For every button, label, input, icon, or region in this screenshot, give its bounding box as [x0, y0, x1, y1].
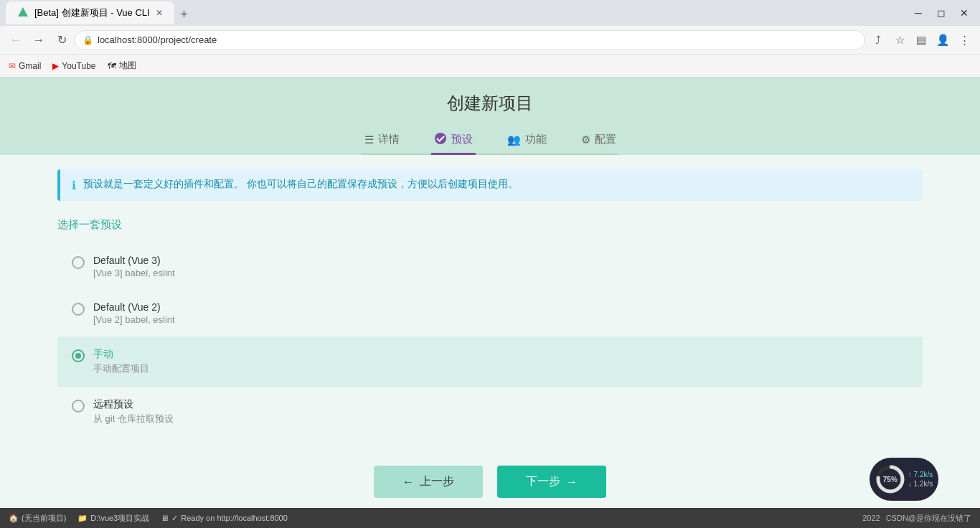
preset-item-manual[interactable]: 手动 手动配置项目 — [57, 336, 923, 387]
tab-close-button[interactable]: ✕ — [156, 8, 163, 18]
profile-button[interactable]: 👤 — [933, 30, 953, 50]
status-no-project: 🏠 (无当前项目) — [9, 513, 66, 524]
next-button[interactable]: 下一步 → — [497, 466, 606, 498]
new-tab-button[interactable]: + — [174, 4, 194, 24]
tab-details[interactable]: ☰ 详情 — [362, 126, 402, 155]
sidebar-button[interactable]: ▤ — [911, 30, 931, 50]
prev-arrow-icon: ← — [402, 476, 414, 489]
address-bar-wrapper[interactable]: 🔒 localhost:8000/project/create — [75, 30, 865, 50]
network-percent: 75% — [883, 476, 897, 484]
preset-info-manual: 手动 手动配置项目 — [93, 348, 149, 375]
forward-button[interactable]: → — [29, 30, 49, 50]
gmail-icon: ✉ — [9, 61, 16, 71]
bookmark-maps[interactable]: 🗺 地图 — [108, 60, 136, 72]
browser-window: [Beta] 创建新项目 - Vue CLI ✕ + ─ ◻ ✕ ← → ↻ 🔒… — [0, 0, 980, 528]
preset-desc-remote: 从 git 仓库拉取预设 — [93, 412, 174, 425]
page-header: 创建新项目 ☰ 详情 预设 👥 功能 — [0, 77, 980, 155]
close-button[interactable]: ✕ — [954, 3, 974, 23]
features-label: 功能 — [525, 133, 547, 146]
info-box: ℹ 预设就是一套定义好的插件和配置。 你也可以将自己的配置保存成预设，方便以后创… — [57, 169, 923, 201]
title-bar: [Beta] 创建新项目 - Vue CLI ✕ + ─ ◻ ✕ — [0, 0, 980, 26]
network-upload: ↑ 7.2k/s — [908, 471, 933, 478]
youtube-icon: ▶ — [52, 61, 59, 71]
preset-name-vue2: Default (Vue 2) — [93, 301, 175, 313]
next-label: 下一步 — [526, 474, 560, 489]
preset-icon — [434, 132, 447, 147]
tab-preset[interactable]: 预设 — [431, 126, 476, 155]
preset-list: Default (Vue 3) [Vue 3] babel, eslint De… — [57, 243, 923, 437]
preset-name-manual: 手动 — [93, 348, 149, 361]
tab-strip: [Beta] 创建新项目 - Vue CLI ✕ + — [6, 1, 908, 24]
status-right: 2022 CSDN@是你现在没错了 — [862, 513, 971, 524]
back-button[interactable]: ← — [6, 30, 26, 50]
svg-point-1 — [435, 133, 446, 144]
no-project-text: (无当前项目) — [22, 513, 66, 524]
next-arrow-icon: → — [566, 476, 578, 489]
csdn-text: CSDN@是你现在没错了 — [886, 513, 971, 524]
info-icon: ℹ — [72, 179, 76, 192]
preset-item-vue3[interactable]: Default (Vue 3) [Vue 3] babel, eslint — [57, 243, 923, 290]
details-label: 详情 — [378, 133, 400, 146]
section-label: 选择一套预设 — [57, 218, 923, 232]
share-button[interactable]: ⤴ — [868, 30, 888, 50]
gmail-label: Gmail — [19, 61, 41, 71]
tab-favicon — [17, 6, 29, 20]
network-widget: 75% ↑ 7.2k/s ↓ 1.2k/s — [870, 458, 938, 501]
security-icon: 🔒 — [83, 35, 93, 45]
status-bar: 🏠 (无当前项目) 📁 D:\vue3项目实战 🖥 ✓ Ready on htt… — [0, 508, 980, 528]
reload-button[interactable]: ↻ — [52, 30, 72, 50]
preset-name-remote: 远程预设 — [93, 398, 174, 411]
bookmark-gmail[interactable]: ✉ Gmail — [9, 61, 41, 71]
radio-manual[interactable] — [72, 349, 85, 362]
network-download: ↓ 1.2k/s — [908, 480, 933, 488]
address-text: localhost:8000/project/create — [98, 34, 857, 45]
preset-desc-vue2: [Vue 2] babel, eslint — [93, 314, 175, 325]
footer-actions: ← 上一步 下一步 → — [0, 451, 980, 508]
preset-info-remote: 远程预设 从 git 仓库拉取预设 — [93, 398, 174, 425]
minimize-button[interactable]: ─ — [908, 3, 928, 23]
info-text: 预设就是一套定义好的插件和配置。 你也可以将自己的配置保存成预设，方便以后创建项… — [83, 178, 518, 191]
maximize-button[interactable]: ◻ — [931, 3, 951, 23]
bookmark-button[interactable]: ☆ — [890, 30, 910, 50]
radio-vue3[interactable] — [72, 256, 85, 269]
terminal-icon: 🖥 — [161, 514, 169, 522]
page-content: 创建新项目 ☰ 详情 预设 👥 功能 — [0, 77, 980, 508]
radio-remote[interactable] — [72, 400, 85, 412]
network-info: ↑ 7.2k/s ↓ 1.2k/s — [908, 471, 933, 488]
toolbar: ← → ↻ 🔒 localhost:8000/project/create ⤴ … — [0, 26, 980, 55]
preset-item-vue2[interactable]: Default (Vue 2) [Vue 2] babel, eslint — [57, 290, 923, 336]
status-path: 📁 D:\vue3项目实战 — [77, 513, 149, 524]
preset-item-remote[interactable]: 远程预设 从 git 仓库拉取预设 — [57, 387, 923, 437]
preset-info-vue2: Default (Vue 2) [Vue 2] babel, eslint — [93, 301, 175, 325]
tab-config[interactable]: ⚙ 配置 — [578, 126, 619, 155]
bookmark-youtube[interactable]: ▶ YouTube — [52, 61, 95, 71]
terminal-text: ✓ — [171, 514, 178, 523]
active-tab[interactable]: [Beta] 创建新项目 - Vue CLI ✕ — [6, 1, 174, 24]
home-icon: 🏠 — [9, 514, 19, 523]
tab-title: [Beta] 创建新项目 - Vue CLI — [34, 6, 150, 19]
radio-vue2[interactable] — [72, 303, 85, 316]
maps-label: 地图 — [119, 60, 136, 72]
prev-button[interactable]: ← 上一步 — [374, 466, 483, 498]
tab-features[interactable]: 👥 功能 — [504, 126, 550, 155]
folder-icon: 📁 — [77, 514, 88, 523]
content-area: ℹ 预设就是一套定义好的插件和配置。 你也可以将自己的配置保存成预设，方便以后创… — [0, 155, 980, 451]
preset-desc-vue3: [Vue 3] babel, eslint — [93, 268, 175, 278]
datetime-text: 2022 — [862, 514, 880, 522]
path-text: D:\vue3项目实战 — [90, 513, 149, 524]
youtube-label: YouTube — [62, 61, 95, 71]
preset-info-vue3: Default (Vue 3) [Vue 3] babel, eslint — [93, 255, 175, 278]
maps-icon: 🗺 — [108, 61, 116, 71]
toolbar-actions: ⤴ ☆ ▤ 👤 ⋮ — [868, 30, 974, 50]
status-terminal: 🖥 ✓ Ready on http://localhost:8000 — [161, 514, 288, 523]
preset-desc-manual: 手动配置项目 — [93, 362, 149, 375]
status-left: 🏠 (无当前项目) 📁 D:\vue3项目实战 🖥 ✓ Ready on htt… — [9, 513, 851, 524]
window-controls: ─ ◻ ✕ — [908, 3, 974, 23]
bookmarks-bar: ✉ Gmail ▶ YouTube 🗺 地图 — [0, 55, 980, 77]
menu-button[interactable]: ⋮ — [954, 30, 974, 50]
features-icon: 👥 — [507, 133, 521, 146]
page-title: 创建新项目 — [447, 92, 533, 115]
ready-text: Ready on http://localhost:8000 — [181, 514, 288, 522]
circle-chart: 75% — [875, 464, 905, 494]
config-label: 配置 — [595, 133, 616, 146]
